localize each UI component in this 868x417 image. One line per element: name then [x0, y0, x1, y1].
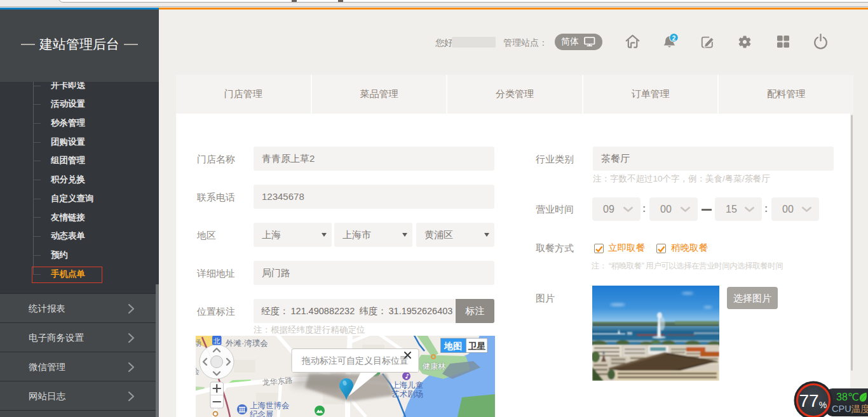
- svg-text:纪念展: 纪念展: [250, 410, 274, 417]
- svg-text:场: 场: [196, 338, 201, 347]
- svg-text:上海世博会: 上海世博会: [250, 401, 290, 410]
- svg-text:地图: 地图: [444, 341, 462, 351]
- svg-text:77: 77: [799, 391, 818, 411]
- svg-text:上海儿童: 上海儿童: [391, 381, 424, 390]
- svg-text:2: 2: [672, 34, 676, 41]
- svg-text:艺术剧场: 艺术剧场: [391, 390, 423, 399]
- svg-text:卫星: 卫星: [468, 341, 486, 351]
- svg-text:外滩·湾璞会: 外滩·湾璞会: [226, 339, 268, 348]
- svg-text:%: %: [819, 400, 827, 410]
- svg-text:北: 北: [213, 337, 220, 345]
- svg-text:健康林: 健康林: [422, 362, 446, 371]
- svg-text:拖动标注可自定义目标位置: 拖动标注可自定义目标位置: [301, 355, 409, 366]
- svg-text:会: 会: [196, 367, 200, 376]
